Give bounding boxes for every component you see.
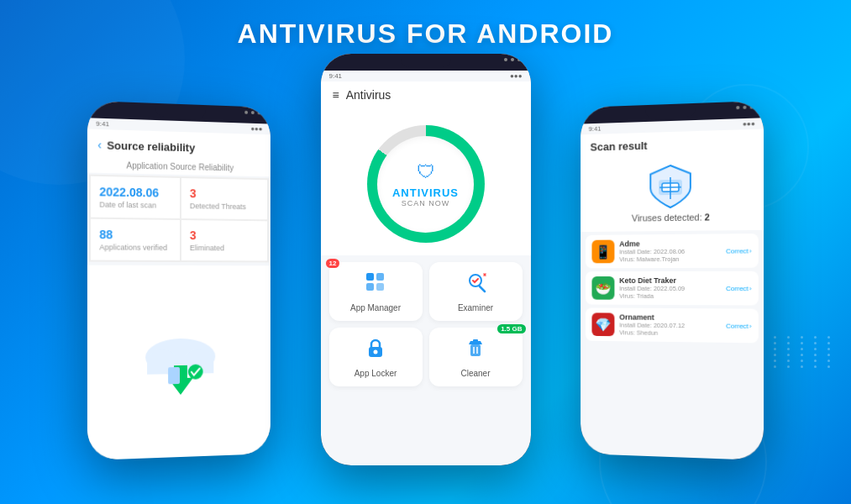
back-arrow-icon[interactable]: ‹ bbox=[97, 138, 102, 151]
scan-area: 🛡 ANTIVIRUS SCAN NOW bbox=[321, 108, 531, 255]
right-phone-screen: 9:41 ●●● Scan result Viruses detected: 2 bbox=[580, 101, 764, 460]
stat-value-threats: 3 bbox=[190, 186, 260, 201]
svg-rect-17 bbox=[473, 339, 478, 342]
ornament-virus: Virus: Shedun bbox=[619, 328, 721, 337]
locker-label: App Locker bbox=[355, 369, 397, 378]
svg-rect-7 bbox=[366, 273, 374, 281]
shield-checkmark-icon: 🛡 bbox=[417, 161, 435, 183]
app-tile-cleaner[interactable]: 1.5 GB Cleaner bbox=[429, 328, 523, 386]
adme-correct-button[interactable]: Correct › bbox=[726, 247, 751, 255]
ornament-app-icon: 💎 bbox=[591, 312, 614, 336]
svg-rect-14 bbox=[470, 344, 481, 356]
scan-result-title: Scan result bbox=[591, 136, 754, 154]
examiner-icon bbox=[464, 270, 487, 299]
cloud-download-svg bbox=[130, 323, 230, 400]
cleaner-icon bbox=[464, 336, 487, 365]
center-app-title: Antivirus bbox=[346, 88, 391, 102]
left-phone-graphic bbox=[87, 265, 271, 460]
stat-card-eliminated: 3 Eliminated bbox=[181, 220, 267, 260]
phone-right: 9:41 ●●● Scan result Viruses detected: 2 bbox=[580, 101, 764, 460]
notch-pill bbox=[155, 107, 205, 118]
stat-label-date: Date of last scan bbox=[99, 200, 171, 209]
manager-badge: 12 bbox=[326, 259, 340, 268]
ornament-info: Ornament Install Date: 2020.07.12 Virus:… bbox=[619, 313, 721, 338]
svg-line-21 bbox=[659, 187, 681, 188]
virus-list: 📱 Adme Install Date: 2022.08.06 Virus: M… bbox=[580, 230, 764, 350]
keto-info: Keto Diet Traker Install Date: 2022.05.0… bbox=[619, 276, 721, 300]
menu-icon[interactable]: ≡ bbox=[333, 88, 339, 102]
app-tile-locker[interactable]: App Locker bbox=[329, 328, 423, 386]
keto-date: Install Date: 2022.05.09 bbox=[619, 285, 721, 292]
app-tile-manager[interactable]: 12 App Manager bbox=[329, 262, 423, 321]
scan-label: ANTIVIRUS bbox=[392, 186, 459, 199]
virus-item-ornament: 💎 Ornament Install Date: 2020.07.12 Viru… bbox=[586, 307, 759, 343]
svg-rect-8 bbox=[376, 273, 384, 281]
stat-card-date: 2022.08.06 Date of last scan bbox=[91, 176, 180, 218]
svg-rect-5 bbox=[168, 367, 180, 384]
stat-label-apps: Applications verified bbox=[99, 243, 171, 252]
stat-value-eliminated: 3 bbox=[190, 228, 260, 243]
locker-icon bbox=[364, 336, 387, 365]
left-phone-title: Source reliability bbox=[107, 139, 195, 154]
ornament-correct-button[interactable]: Correct › bbox=[726, 322, 751, 329]
shield-virus-icon bbox=[645, 162, 695, 209]
right-notch-pill bbox=[645, 107, 695, 118]
adme-info: Adme Install Date: 2022.08.06 Virus: Mal… bbox=[619, 239, 721, 263]
stat-label-threats: Detected Threats bbox=[190, 202, 260, 211]
virus-shield-area: Viruses detected: 2 bbox=[580, 152, 764, 232]
center-notch bbox=[321, 54, 531, 71]
center-notch-dots bbox=[504, 58, 521, 61]
keto-correct-button[interactable]: Correct › bbox=[726, 285, 751, 292]
phone-center: 9:41 ●●● ≡ Antivirus 🛡 ANTIVIRUS SCAN NO… bbox=[321, 54, 531, 465]
virus-item-keto: 🥗 Keto Diet Traker Install Date: 2022.05… bbox=[586, 271, 759, 306]
svg-rect-9 bbox=[366, 283, 374, 291]
scan-circle-inner: 🛡 ANTIVIRUS SCAN NOW bbox=[377, 136, 474, 233]
virus-count-text: Viruses detected: 2 bbox=[632, 212, 710, 223]
svg-rect-10 bbox=[376, 283, 384, 291]
right-notch-dots bbox=[736, 105, 753, 109]
stat-card-apps: 88 Applications verified bbox=[91, 219, 180, 260]
virus-item-adme: 📱 Adme Install Date: 2022.08.06 Virus: M… bbox=[586, 234, 759, 268]
examiner-label: Examiner bbox=[458, 303, 493, 312]
svg-point-13 bbox=[374, 350, 378, 354]
scan-circle-outer[interactable]: 🛡 ANTIVIRUS SCAN NOW bbox=[367, 125, 485, 243]
adme-virus: Virus: Malware.Trojan bbox=[619, 255, 721, 264]
center-notch-pill bbox=[401, 57, 451, 67]
center-status-bar: 9:41 ●●● bbox=[321, 71, 531, 81]
left-phone-screen: 9:41 ●●● ‹ Source reliability Applicatio… bbox=[87, 101, 271, 460]
keto-virus: Virus: Triada bbox=[619, 292, 721, 300]
left-phone-header: ‹ Source reliability bbox=[87, 129, 271, 161]
phone-left: 9:41 ●●● ‹ Source reliability Applicatio… bbox=[87, 101, 271, 460]
app-tile-examiner[interactable]: Examiner bbox=[429, 262, 523, 321]
stat-card-threats: 3 Detected Threats bbox=[181, 178, 267, 219]
center-header: ≡ Antivirus bbox=[321, 81, 531, 108]
keto-app-icon: 🥗 bbox=[591, 276, 614, 300]
cleaner-label: Cleaner bbox=[460, 369, 490, 378]
stats-grid: 2022.08.06 Date of last scan 3 Detected … bbox=[89, 175, 269, 263]
phones-container: 9:41 ●●● ‹ Source reliability Applicatio… bbox=[0, 54, 851, 474]
app-grid: 12 App Manager bbox=[321, 255, 531, 393]
manager-icon bbox=[364, 270, 387, 299]
adme-app-icon: 📱 bbox=[591, 240, 614, 264]
stat-label-eliminated: Eliminated bbox=[190, 244, 260, 252]
stat-value-apps: 88 bbox=[99, 228, 171, 242]
manager-label: App Manager bbox=[350, 303, 401, 312]
center-phone-screen: 9:41 ●●● ≡ Antivirus 🛡 ANTIVIRUS SCAN NO… bbox=[321, 54, 531, 465]
cleaner-badge: 1.5 GB bbox=[497, 324, 525, 333]
stat-value-date: 2022.08.06 bbox=[99, 185, 171, 200]
keto-name: Keto Diet Traker bbox=[619, 276, 721, 285]
notch-dots bbox=[244, 111, 260, 115]
scan-sublabel: SCAN NOW bbox=[402, 199, 450, 207]
